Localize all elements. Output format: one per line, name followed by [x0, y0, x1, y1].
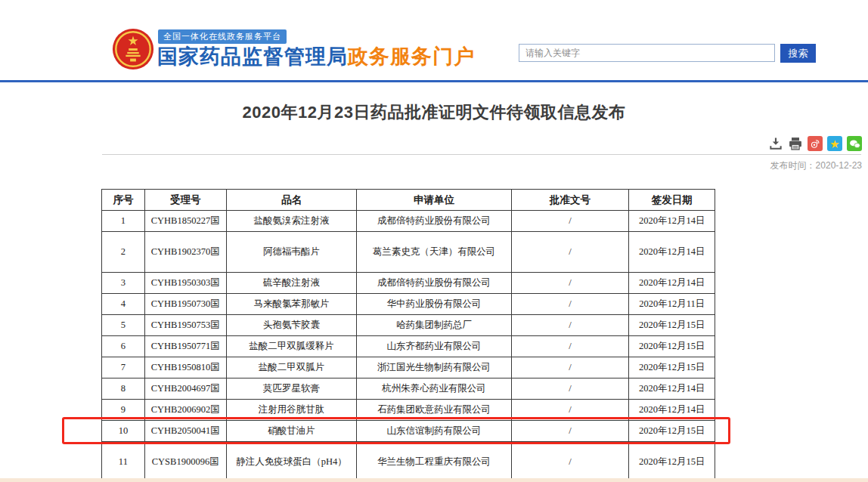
column-header: 签发日期 [629, 190, 715, 211]
table-row: 2CYHB1902370国阿德福韦酯片葛兰素史克（天津）有限公司/2020年12… [102, 232, 715, 273]
table-row: 11CYSB1900096国静注人免疫球蛋白（pH4）华兰生物工程重庆有限公司/… [102, 442, 715, 482]
cell-seq: 2 [102, 232, 145, 273]
page: 全国一体化在线政务服务平台 国家药品监督管理局政务服务门户 搜索 2020年12… [0, 0, 868, 482]
cell-product-name: 硫辛酸注射液 [226, 273, 357, 294]
table-row: 8CYHB2004697国莫匹罗星软膏杭州朱养心药业有限公司/2020年12月1… [102, 378, 715, 400]
site-title: 国家药品监督管理局政务服务门户 [157, 43, 475, 70]
table-row: 5CYHB1950753国头孢氨苄胶囊哈药集团制药总厂/2020年12月15日 [102, 315, 715, 336]
cell-seq: 5 [102, 315, 145, 336]
cell-approval-no: / [511, 294, 629, 315]
cell-applicant: 成都倍特药业股份有限公司 [357, 211, 511, 232]
cell-acceptance-no: CYHB1850227国 [144, 211, 226, 232]
cell-approval-no: / [511, 336, 629, 357]
column-header: 品名 [226, 190, 357, 211]
cell-approval-no: / [511, 211, 629, 232]
cell-issue-date: 2020年12月14日 [629, 378, 715, 400]
cell-applicant: 山东齐都药业有限公司 [357, 336, 511, 357]
cell-seq: 6 [102, 336, 145, 357]
cell-product-name: 马来酸氯苯那敏片 [226, 294, 357, 315]
national-emblem-logo [111, 27, 155, 71]
cell-issue-date: 2020年12月14日 [629, 232, 715, 273]
page-title: 2020年12月23日药品批准证明文件待领取信息发布 [0, 101, 868, 124]
bottom-strip [0, 478, 868, 482]
cell-product-name: 盐酸氨溴索注射液 [226, 211, 357, 232]
cell-seq: 3 [102, 273, 145, 294]
cell-product-name: 莫匹罗星软膏 [226, 378, 357, 400]
table-header-row: 序号受理号品名申请单位批准文号签发日期 [102, 190, 715, 211]
platform-badge: 全国一体化在线政务服务平台 [158, 29, 287, 44]
publish-time: 发布时间：2020-12-23 [770, 159, 862, 172]
cell-applicant: 葛兰素史克（天津）有限公司 [357, 232, 511, 273]
cell-acceptance-no: CYHB1950303国 [144, 273, 226, 294]
search-button[interactable]: 搜索 [780, 44, 816, 63]
site-title-agency: 国家药品监督管理局 [157, 45, 348, 68]
table-row: 1CYHB1850227国盐酸氨溴索注射液成都倍特药业股份有限公司/2020年1… [102, 211, 715, 232]
highlight-box [62, 417, 730, 444]
cell-approval-no: / [511, 232, 629, 273]
print-icon[interactable] [788, 136, 803, 151]
table-row: 7CYHB1950810国盐酸二甲双胍片浙江国光生物制药有限公司/2020年12… [102, 357, 715, 378]
download-icon[interactable] [768, 136, 783, 151]
cell-acceptance-no: CYHB1950771国 [144, 336, 226, 357]
cell-applicant: 华中药业股份有限公司 [357, 294, 511, 315]
cell-acceptance-no: CYHB1950730国 [144, 294, 226, 315]
cell-issue-date: 2020年12月15日 [629, 315, 715, 336]
cell-applicant: 杭州朱养心药业有限公司 [357, 378, 511, 400]
cell-product-name: 阿德福韦酯片 [226, 232, 357, 273]
cell-issue-date: 2020年12月15日 [629, 442, 715, 482]
cell-seq: 7 [102, 357, 145, 378]
cell-acceptance-no: CYHB1950753国 [144, 315, 226, 336]
cell-seq: 8 [102, 378, 145, 400]
cell-applicant: 浙江国光生物制药有限公司 [357, 357, 511, 378]
cell-issue-date: 2020年12月14日 [629, 273, 715, 294]
cell-approval-no: / [511, 315, 629, 336]
cell-applicant: 成都倍特药业股份有限公司 [357, 273, 511, 294]
cell-approval-no: / [511, 273, 629, 294]
table-row: 4CYHB1950730国马来酸氯苯那敏片华中药业股份有限公司/2020年12月… [102, 294, 715, 315]
cell-acceptance-no: CYHB1950810国 [144, 357, 226, 378]
cell-applicant: 华兰生物工程重庆有限公司 [357, 442, 511, 482]
cell-issue-date: 2020年12月15日 [629, 336, 715, 357]
weibo-share-icon[interactable] [808, 136, 823, 151]
article-toolbar: ★ [768, 136, 862, 151]
cell-applicant: 哈药集团制药总厂 [357, 315, 511, 336]
column-header: 序号 [102, 190, 145, 211]
table-row: 6CYHB1950771国盐酸二甲双胍缓释片山东齐都药业有限公司/2020年12… [102, 336, 715, 357]
cell-seq: 4 [102, 294, 145, 315]
column-header: 批准文号 [511, 190, 629, 211]
cell-seq: 1 [102, 211, 145, 232]
site-title-portal: 政务服务门户 [348, 45, 475, 68]
table-row: 3CYHB1950303国硫辛酸注射液成都倍特药业股份有限公司/2020年12月… [102, 273, 715, 294]
column-header: 申请单位 [357, 190, 511, 211]
search-input[interactable] [519, 44, 775, 62]
cell-seq: 11 [102, 442, 145, 482]
cell-acceptance-no: CYSB1900096国 [144, 442, 226, 482]
cell-approval-no: / [511, 378, 629, 400]
cell-acceptance-no: CYHB1902370国 [144, 232, 226, 273]
cell-issue-date: 2020年12月14日 [629, 211, 715, 232]
wechat-share-icon[interactable] [847, 136, 862, 151]
cell-approval-no: / [511, 442, 629, 482]
column-header: 受理号 [144, 190, 226, 211]
cell-approval-no: / [511, 357, 629, 378]
cell-issue-date: 2020年12月15日 [629, 357, 715, 378]
cell-product-name: 静注人免疫球蛋白（pH4） [226, 442, 357, 482]
qzone-share-icon[interactable]: ★ [827, 136, 842, 151]
cell-acceptance-no: CYHB2004697国 [144, 378, 226, 400]
toolbar-rule [102, 154, 861, 155]
cell-product-name: 盐酸二甲双胍片 [226, 357, 357, 378]
cell-product-name: 头孢氨苄胶囊 [226, 315, 357, 336]
header-divider [0, 80, 868, 82]
cell-issue-date: 2020年12月11日 [629, 294, 715, 315]
cell-product-name: 盐酸二甲双胍缓释片 [226, 336, 357, 357]
